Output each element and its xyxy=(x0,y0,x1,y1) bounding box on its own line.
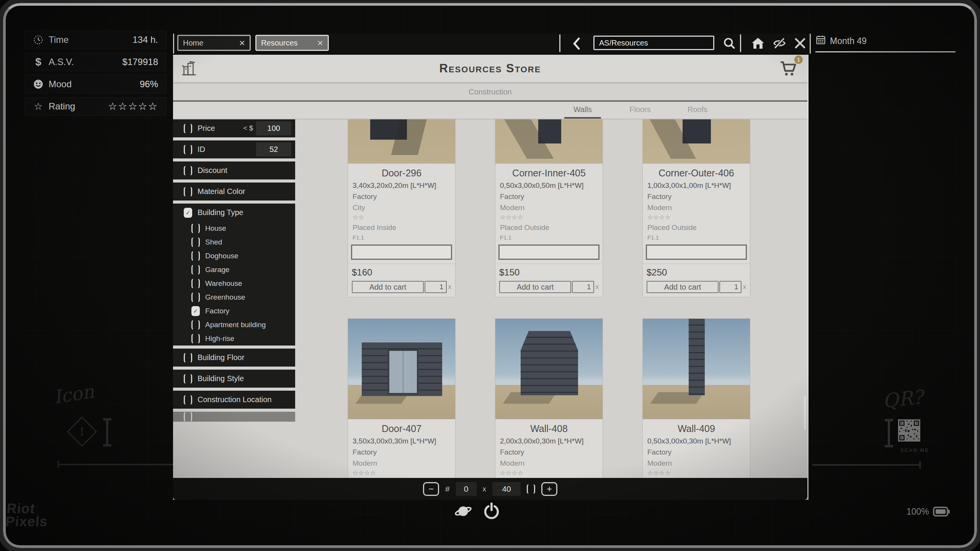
scan-me-label: SCAN ME xyxy=(900,448,929,453)
product-stars: ☆☆☆☆ xyxy=(353,469,451,476)
product-style: Modern xyxy=(647,459,745,468)
exclamation-glyph: ! xyxy=(72,422,91,441)
active-subtab-underline xyxy=(564,117,601,119)
star-icon: ☆ xyxy=(33,101,44,112)
store-title: Resources Store xyxy=(173,62,807,75)
pagination-bar: − # 0 x 40 + xyxy=(173,478,807,500)
product-style: Modern xyxy=(353,459,451,468)
stat-value: 134 h. xyxy=(132,34,158,45)
product-grid-row-2: Door-407 3,50x3,00x0,30m [L*H*W] Factory… xyxy=(173,119,807,478)
battery-icon xyxy=(933,506,951,517)
product-name: Wall-409 xyxy=(643,423,750,434)
store-subtabs: Walls Floors Roofs xyxy=(173,102,807,119)
month-label: Month 49 xyxy=(830,36,867,46)
cart-count-badge: 1 xyxy=(794,55,803,64)
product-card: Door-407 3,50x3,00x0,30m [L*H*W] Factory… xyxy=(348,318,456,478)
measure-line-left xyxy=(57,464,185,465)
stat-label: Time xyxy=(49,34,69,45)
scrollbar-thumb[interactable] xyxy=(804,396,806,430)
store-content: Price < $ 100 ID 52 xyxy=(173,119,807,478)
subtab-roofs[interactable]: Roofs xyxy=(675,105,720,114)
game-screen: Icon ! QR? SCAN ME xyxy=(0,0,980,551)
product-card: Wall-409 0,50x3,00x0,30m [L*H*W] Factory… xyxy=(642,318,750,478)
items-per-page-input[interactable]: 40 xyxy=(492,482,521,496)
mood-smiley-icon xyxy=(33,78,44,90)
subtab-walls[interactable]: Walls xyxy=(560,105,606,114)
rating-stars: ☆☆☆☆☆ xyxy=(108,100,158,112)
product-image xyxy=(495,319,603,419)
tab-label: Home xyxy=(183,39,203,47)
product-image xyxy=(348,319,455,419)
product-style: Modern xyxy=(500,459,598,468)
product-dimensions: 3,50x3,00x0,30m [L*H*W] xyxy=(353,437,451,445)
product-dimensions: 2,00x3,00x0,30m [L*H*W] xyxy=(500,437,598,445)
clock-icon xyxy=(33,34,44,46)
address-text: AS/Resources xyxy=(599,39,648,47)
product-type: Factory xyxy=(647,448,745,456)
stat-label: Mood xyxy=(49,79,72,90)
pagination-checkbox[interactable] xyxy=(527,484,535,494)
door-shape xyxy=(388,349,418,395)
product-image xyxy=(643,319,750,419)
product-stars: ☆☆☆☆ xyxy=(500,469,598,476)
stat-row-time: Time 134 h. xyxy=(24,31,166,49)
power-icon[interactable] xyxy=(482,502,501,520)
hud-stats-panel: Time 134 h. $ A.S.V. $179918 Mood 96% ☆ … xyxy=(24,31,166,119)
resources-store-panel: Resources Store 1 Construction Walls Flo… xyxy=(173,55,808,500)
home-icon[interactable] xyxy=(751,36,765,51)
tab-home[interactable]: Home × xyxy=(177,35,251,51)
product-type: Factory xyxy=(353,448,451,456)
product-dimensions: 0,50x3,00x0,30m [L*H*W] xyxy=(647,437,745,445)
structure-shape xyxy=(689,319,705,395)
handwritten-qr-note: QR? xyxy=(882,386,924,412)
search-icon[interactable] xyxy=(722,36,736,50)
tab-label: Resources xyxy=(261,39,298,47)
product-name: Door-407 xyxy=(348,423,455,434)
stat-row-mood: Mood 96% xyxy=(24,75,166,93)
qr-code xyxy=(898,419,920,443)
tab-resources[interactable]: Resources × xyxy=(255,35,329,51)
close-icon[interactable] xyxy=(793,36,807,51)
page-number-input[interactable]: 0 xyxy=(456,482,477,496)
planet-icon[interactable] xyxy=(454,502,472,520)
visibility-off-icon[interactable] xyxy=(772,36,787,51)
watermark-line-2: Pixels xyxy=(5,515,48,528)
product-type: Factory xyxy=(500,448,598,456)
page-plus-button[interactable]: + xyxy=(541,482,557,496)
category-label: Construction xyxy=(469,88,511,96)
stat-label: Rating xyxy=(49,101,75,112)
riot-pixels-watermark: Riot Pixels xyxy=(5,502,49,528)
measure-line-right xyxy=(812,464,921,466)
page-minus-button[interactable]: − xyxy=(423,482,439,496)
subtab-floors[interactable]: Floors xyxy=(617,105,663,114)
stat-value: 96% xyxy=(140,79,158,90)
stat-row-rating: ☆ Rating ☆☆☆☆☆ xyxy=(24,97,166,116)
month-indicator: Month 49 xyxy=(815,34,956,52)
ibeam-decor-left xyxy=(102,418,113,447)
tab-close-icon[interactable]: × xyxy=(234,38,245,48)
calendar-icon xyxy=(815,34,826,47)
back-button[interactable] xyxy=(569,36,585,51)
battery-percent: 100% xyxy=(906,507,929,517)
watermark-line-1: Riot xyxy=(6,502,49,515)
stat-label: A.S.V. xyxy=(49,57,74,67)
stat-value: $179918 xyxy=(122,57,158,67)
page-times-label: x xyxy=(483,485,487,493)
tab-close-icon[interactable]: × xyxy=(312,38,323,48)
product-card: Wall-408 2,00x3,00x0,30m [L*H*W] Factory… xyxy=(495,318,603,478)
battery-indicator: 100% xyxy=(906,506,951,517)
system-buttons xyxy=(454,502,501,520)
page-hash-label: # xyxy=(445,484,450,494)
dollar-icon: $ xyxy=(33,56,44,68)
toolbar-divider xyxy=(740,34,741,52)
toolbar-divider xyxy=(559,34,560,52)
stat-row-asv: $ A.S.V. $179918 xyxy=(24,53,166,71)
product-stars: ☆☆☆☆ xyxy=(647,469,745,476)
structure-shape xyxy=(521,331,578,395)
address-bar[interactable]: AS/Resources xyxy=(593,36,714,50)
browser-toolbar: Home × Resources × AS/Resources xyxy=(173,34,811,54)
ibeam-decor-right xyxy=(884,419,894,448)
product-name: Wall-408 xyxy=(495,423,603,434)
category-tab-construction[interactable]: Construction xyxy=(173,83,807,102)
store-header: Resources Store 1 xyxy=(173,55,807,83)
